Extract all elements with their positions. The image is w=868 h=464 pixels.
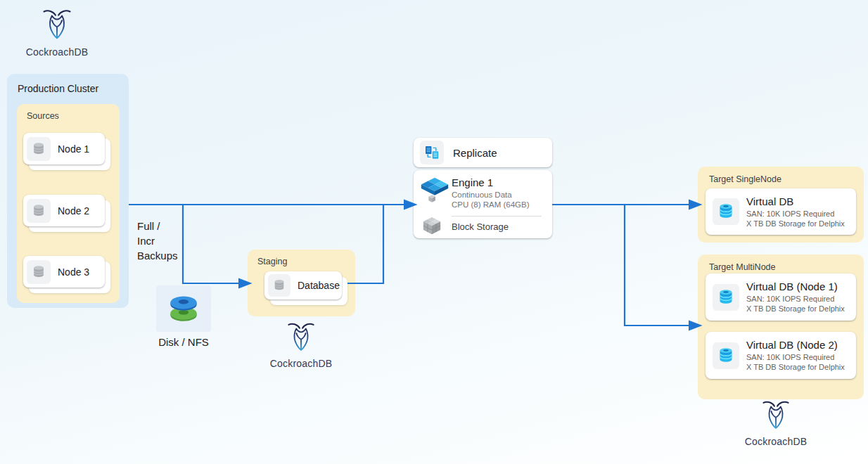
virtual-db-san: SAN: 10K IOPS Required bbox=[746, 294, 845, 304]
virtual-db-title: Virtual DB bbox=[746, 195, 845, 207]
database-card-stack: Database bbox=[264, 271, 347, 305]
cockroachdb-logo-top: CockroachDB bbox=[16, 4, 98, 58]
replicate-sync-icon bbox=[423, 144, 440, 161]
node-label: Node 3 bbox=[58, 266, 89, 278]
database-icon-tile bbox=[268, 274, 291, 297]
database-cylinder-icon bbox=[31, 264, 46, 280]
staging-group: Staging Database bbox=[248, 250, 355, 316]
cockroachdb-logo-target: CockroachDB bbox=[735, 396, 817, 447]
production-cluster-group: Production Cluster Sources Node 1 bbox=[7, 74, 129, 308]
arrow-engine-to-multinode bbox=[625, 205, 690, 326]
cockroachdb-logo-staging: CockroachDB bbox=[260, 318, 342, 369]
virtual-db-text: Virtual DB SAN: 10K IOPS Required X TB D… bbox=[746, 195, 845, 228]
target-singlenode-group: Target SingleNode Virtual DB SAN: 10K IO… bbox=[698, 167, 864, 243]
backups-annotation: Full / Incr Backups bbox=[137, 219, 178, 263]
backups-line: Full / bbox=[137, 219, 178, 233]
target-multinode-label: Target MultiNode bbox=[709, 262, 776, 272]
virtual-database-icon bbox=[717, 347, 735, 365]
staging-database-card: Database bbox=[264, 271, 342, 299]
node-label: Node 1 bbox=[58, 143, 89, 155]
node-1-stack: Node 1 bbox=[23, 133, 110, 170]
virtual-db-text: Virtual DB (Node 2) SAN: 10K IOPS Requir… bbox=[746, 339, 845, 372]
database-cylinder-icon bbox=[31, 203, 46, 219]
backups-line: Backups bbox=[137, 248, 178, 263]
virtual-db-title: Virtual DB (Node 1) bbox=[746, 281, 845, 292]
virtual-db-icon-tile bbox=[713, 198, 739, 225]
engine-subtitle-cpu-ram: CPU (8) RAM (64GB) bbox=[452, 200, 530, 209]
node-2-stack: Node 2 bbox=[23, 195, 110, 232]
cockroachdb-icon bbox=[42, 4, 72, 45]
node-3-card: Node 3 bbox=[23, 256, 105, 288]
database-icon-tile bbox=[27, 137, 51, 161]
virtual-db-icon-tile bbox=[713, 284, 739, 311]
target-singlenode-label: Target SingleNode bbox=[709, 174, 781, 184]
database-cylinder-icon bbox=[31, 141, 46, 157]
cockroachdb-label: CockroachDB bbox=[270, 358, 333, 369]
database-icon-tile bbox=[27, 260, 51, 284]
target-multinode-group: Target MultiNode Virtual DB (Node 1) SAN… bbox=[698, 254, 864, 399]
virtual-db-storage: X TB DB Storage for Delphix bbox=[746, 219, 845, 228]
backups-line: Incr bbox=[137, 233, 178, 248]
virtual-db-card: Virtual DB SAN: 10K IOPS Required X TB D… bbox=[706, 188, 856, 235]
replicate-icon-tile bbox=[420, 141, 444, 165]
stacked-disks-icon bbox=[163, 291, 204, 326]
virtual-db-icon-tile bbox=[713, 342, 739, 369]
database-label: Database bbox=[298, 280, 340, 291]
production-cluster-label: Production Cluster bbox=[18, 83, 98, 94]
replicate-label: Replicate bbox=[453, 147, 497, 159]
sources-group: Sources Node 1 Node 2 bbox=[17, 104, 120, 303]
sources-label: Sources bbox=[27, 111, 59, 121]
engine-subtitle-continuous-data: Continuous Data bbox=[452, 191, 512, 199]
diagram-canvas: CockroachDB Production Cluster Sources N… bbox=[0, 0, 868, 464]
virtual-db-san: SAN: 10K IOPS Required bbox=[746, 209, 845, 219]
cockroachdb-label: CockroachDB bbox=[745, 436, 808, 447]
virtual-db-storage: X TB DB Storage for Delphix bbox=[746, 362, 845, 372]
virtual-db-san: SAN: 10K IOPS Required bbox=[746, 352, 845, 362]
block-storage-label: Block Storage bbox=[452, 221, 509, 232]
divider bbox=[452, 216, 542, 217]
engine-card: Engine 1 Continuous Data CPU (8) RAM (64… bbox=[414, 170, 552, 238]
block-storage-icon bbox=[420, 217, 444, 236]
replicate-card: Replicate bbox=[414, 138, 552, 167]
database-cylinder-icon bbox=[272, 278, 286, 292]
engine-title: Engine 1 bbox=[452, 176, 493, 188]
virtual-db-node-2-card: Virtual DB (Node 2) SAN: 10K IOPS Requir… bbox=[706, 332, 856, 379]
virtual-database-icon bbox=[717, 288, 735, 307]
virtual-db-node-1-card: Virtual DB (Node 1) SAN: 10K IOPS Requir… bbox=[706, 273, 856, 321]
node-3-stack: Node 3 bbox=[23, 256, 110, 293]
disk-nfs-label: Disk / NFS bbox=[143, 336, 224, 348]
arrow-backups-to-staging bbox=[183, 205, 240, 283]
virtual-db-text: Virtual DB (Node 1) SAN: 10K IOPS Requir… bbox=[746, 281, 845, 314]
node-2-card: Node 2 bbox=[23, 195, 105, 226]
database-icon-tile bbox=[27, 199, 51, 223]
cockroachdb-label: CockroachDB bbox=[26, 46, 89, 58]
cockroachdb-icon bbox=[762, 396, 790, 434]
staging-label: Staging bbox=[257, 257, 287, 266]
disk-nfs-tile bbox=[156, 285, 211, 332]
node-label: Node 2 bbox=[58, 205, 89, 217]
virtual-database-icon bbox=[717, 202, 735, 221]
node-1-card: Node 1 bbox=[23, 133, 105, 165]
virtual-db-title: Virtual DB (Node 2) bbox=[746, 339, 845, 351]
cockroachdb-icon bbox=[287, 318, 315, 356]
engine-platform-icon bbox=[419, 175, 451, 206]
virtual-db-storage: X TB DB Storage for Delphix bbox=[746, 304, 845, 314]
